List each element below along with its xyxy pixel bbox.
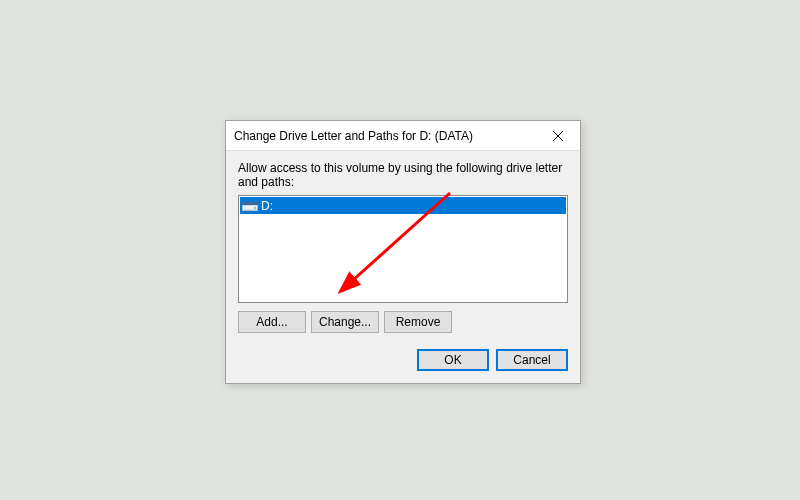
drive-icon bbox=[242, 199, 258, 212]
svg-point-5 bbox=[254, 207, 256, 209]
action-button-row: OK Cancel bbox=[238, 349, 568, 371]
change-drive-letter-dialog: Change Drive Letter and Paths for D: (DA… bbox=[225, 120, 581, 384]
add-button[interactable]: Add... bbox=[238, 311, 306, 333]
titlebar: Change Drive Letter and Paths for D: (DA… bbox=[226, 121, 580, 151]
list-item-label: D: bbox=[261, 199, 273, 213]
instruction-text: Allow access to this volume by using the… bbox=[238, 161, 568, 189]
svg-rect-3 bbox=[242, 202, 258, 205]
close-button[interactable] bbox=[536, 121, 580, 151]
remove-button[interactable]: Remove bbox=[384, 311, 452, 333]
ok-button[interactable]: OK bbox=[417, 349, 489, 371]
list-item[interactable]: D: bbox=[240, 197, 566, 214]
edit-button-row: Add... Change... Remove bbox=[238, 311, 568, 333]
dialog-title: Change Drive Letter and Paths for D: (DA… bbox=[234, 129, 473, 143]
change-button[interactable]: Change... bbox=[311, 311, 379, 333]
drive-paths-listbox[interactable]: D: bbox=[238, 195, 568, 303]
cancel-button[interactable]: Cancel bbox=[496, 349, 568, 371]
close-icon bbox=[553, 131, 563, 141]
dialog-body: Allow access to this volume by using the… bbox=[226, 151, 580, 383]
